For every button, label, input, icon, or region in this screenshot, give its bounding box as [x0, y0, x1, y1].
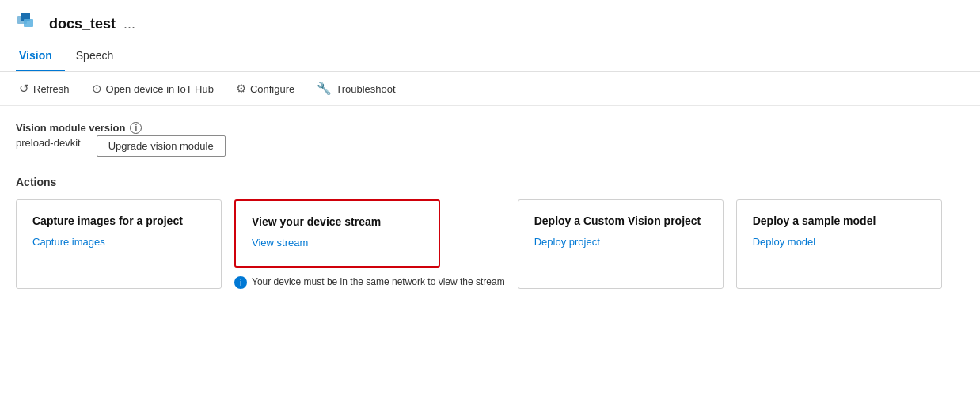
- view-stream-card-wrapper: View your device stream View stream i Yo…: [234, 200, 505, 289]
- deploy-sample-title: Deploy a sample model: [753, 215, 925, 227]
- troubleshoot-button[interactable]: 🔧 Troubleshoot: [313, 80, 398, 97]
- azure-percept-icon: [16, 11, 41, 36]
- toolbar: ↺ Refresh ⊙ Open device in IoT Hub ⚙ Con…: [0, 72, 980, 106]
- wrench-icon: 🔧: [317, 82, 332, 96]
- upgrade-vision-module-button[interactable]: Upgrade vision module: [97, 135, 226, 157]
- deploy-model-link[interactable]: Deploy model: [753, 236, 816, 248]
- configure-label: Configure: [250, 83, 294, 95]
- deploy-custom-vision-title: Deploy a Custom Vision project: [534, 215, 707, 227]
- tab-bar: Vision Speech: [0, 43, 980, 72]
- main-content: Vision module version i preload-devkit U…: [0, 106, 980, 305]
- view-stream-card: View your device stream View stream: [234, 200, 440, 268]
- tab-vision[interactable]: Vision: [16, 43, 65, 71]
- module-row: preload-devkit Upgrade vision module: [16, 135, 964, 157]
- capture-images-link[interactable]: Capture images: [32, 236, 105, 248]
- header-more-button[interactable]: ...: [123, 16, 135, 32]
- info-circle-icon: i: [234, 276, 247, 289]
- actions-grid: Capture images for a project Capture ima…: [16, 200, 964, 289]
- page-header: docs_test ...: [0, 0, 980, 43]
- svg-rect-2: [24, 19, 33, 27]
- troubleshoot-label: Troubleshoot: [336, 83, 395, 95]
- deploy-sample-card: Deploy a sample model Deploy model: [736, 200, 942, 289]
- iot-hub-icon: ⊙: [92, 82, 102, 96]
- view-stream-note-text: Your device must be in the same network …: [252, 276, 505, 289]
- capture-images-card: Capture images for a project Capture ima…: [16, 200, 222, 289]
- refresh-label: Refresh: [33, 83, 70, 95]
- module-label: Vision module version i: [16, 122, 964, 134]
- module-info-icon[interactable]: i: [130, 122, 142, 134]
- deploy-project-link[interactable]: Deploy project: [534, 236, 600, 248]
- module-version-section: Vision module version i preload-devkit U…: [16, 122, 964, 157]
- open-device-label: Open device in IoT Hub: [106, 83, 214, 95]
- open-device-button[interactable]: ⊙ Open device in IoT Hub: [89, 80, 217, 97]
- gear-icon: ⚙: [236, 82, 246, 96]
- deploy-custom-vision-card: Deploy a Custom Vision project Deploy pr…: [518, 200, 724, 289]
- capture-images-title: Capture images for a project: [32, 215, 205, 227]
- actions-label: Actions: [16, 176, 964, 188]
- view-stream-note: i Your device must be in the same networ…: [234, 276, 505, 289]
- page-title: docs_test: [49, 16, 116, 32]
- view-stream-link[interactable]: View stream: [252, 237, 308, 249]
- module-value: preload-devkit: [16, 137, 81, 149]
- tab-speech[interactable]: Speech: [73, 43, 126, 71]
- view-stream-title: View your device stream: [252, 215, 423, 228]
- refresh-icon: ↺: [19, 82, 29, 96]
- configure-button[interactable]: ⚙ Configure: [233, 80, 298, 97]
- refresh-button[interactable]: ↺ Refresh: [16, 80, 73, 97]
